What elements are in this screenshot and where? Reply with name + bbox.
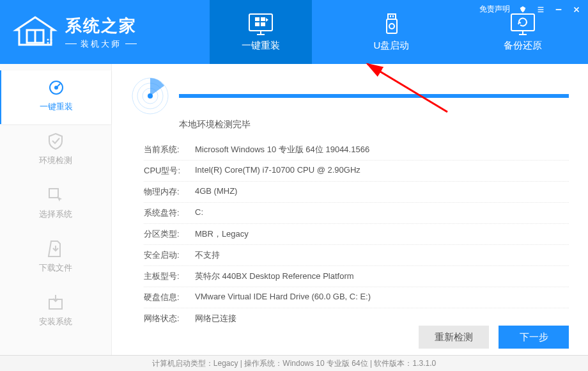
window-controls: 免责声明	[479, 4, 582, 15]
status-bar: 计算机启动类型：Legacy | 操作系统：Windows 10 专业版 64位…	[0, 355, 588, 371]
tab-label: 备份还原	[504, 40, 542, 52]
svg-point-34	[148, 93, 153, 99]
monitor-windows-icon	[248, 13, 274, 36]
info-label: 当前系统:	[144, 144, 195, 155]
progress-bar	[179, 94, 569, 98]
info-row-partition: 分区类型:MBR，Legacy	[144, 224, 569, 245]
target-icon	[47, 78, 66, 97]
sidebar-item-reinstall[interactable]: 一键重装	[0, 70, 111, 124]
install-box-icon	[46, 293, 65, 312]
info-row-disk: 硬盘信息:VMware Virtual IDE Hard Drive (60.0…	[144, 287, 569, 308]
info-row-os: 当前系统:Microsoft Windows 10 专业版 64位 19044.…	[144, 139, 569, 161]
svg-rect-13	[261, 22, 265, 26]
info-value: VMware Virtual IDE Hard Drive (60.0 GB, …	[195, 292, 569, 303]
main-panel: 本地环境检测完毕 当前系统:Microsoft Windows 10 专业版 6…	[112, 64, 588, 355]
system-info-list: 当前系统:Microsoft Windows 10 专业版 64位 19044.…	[144, 139, 569, 329]
tab-reinstall[interactable]: 一键重装	[210, 0, 312, 64]
app-subtitle: 装机大师	[65, 38, 137, 50]
tab-usb-boot[interactable]: U盘启动	[341, 0, 443, 64]
svg-rect-11	[261, 17, 265, 21]
body-area: 一键重装 环境检测 选择系统 下载文件 安装系统	[0, 64, 588, 355]
info-label: 硬盘信息:	[144, 292, 195, 303]
sidebar-label: 环境检测	[0, 155, 111, 166]
svg-rect-17	[387, 19, 397, 33]
redetect-button[interactable]: 重新检测	[419, 326, 489, 349]
select-icon	[46, 186, 65, 205]
info-value: C:	[195, 207, 569, 219]
sidebar-item-install[interactable]: 安装系统	[0, 285, 111, 339]
sidebar-label: 选择系统	[0, 209, 111, 220]
info-row-sysdrive: 系统盘符:C:	[144, 203, 569, 224]
info-label: 安全启动:	[144, 249, 195, 261]
svg-point-18	[389, 24, 394, 29]
sidebar-label: 一键重装	[1, 101, 111, 113]
user-icon[interactable]	[518, 4, 528, 15]
logo-area: 系统之家 装机大师	[0, 15, 195, 50]
app-logo-icon	[13, 16, 58, 48]
minimize-icon[interactable]	[553, 4, 564, 15]
sidebar-item-env-check[interactable]: 环境检测	[0, 124, 111, 178]
tab-label: U盘启动	[374, 40, 410, 52]
disclaimer-link[interactable]: 免责声明	[479, 4, 510, 15]
progress-row	[131, 77, 569, 115]
info-row-motherboard: 主板型号:英特尔 440BX Desktop Reference Platfor…	[144, 266, 569, 287]
info-label: CPU型号:	[144, 165, 195, 177]
close-icon[interactable]	[571, 4, 582, 15]
radar-spinner-icon	[131, 77, 169, 115]
info-label: 物理内存:	[144, 186, 195, 198]
app-header: 系统之家 装机大师 一键重装 U盘启动 备份还原 免责声明	[0, 0, 588, 64]
svg-rect-10	[255, 17, 259, 21]
svg-point-5	[47, 42, 49, 44]
info-value: 不支持	[195, 249, 569, 261]
info-row-cpu: CPU型号:Intel(R) Core(TM) i7-10700 CPU @ 2…	[144, 161, 569, 182]
svg-point-4	[50, 39, 52, 41]
info-value: Microsoft Windows 10 专业版 64位 19044.1566	[195, 144, 569, 155]
status-text: 计算机启动类型：Legacy | 操作系统：Windows 10 专业版 64位…	[152, 358, 436, 369]
info-value: 英特尔 440BX Desktop Reference Platform	[195, 271, 569, 282]
info-row-secureboot: 安全启动:不支持	[144, 245, 569, 266]
settings-icon[interactable]	[536, 4, 546, 15]
action-buttons: 重新检测 下一步	[419, 326, 569, 349]
info-value: MBR，Legacy	[195, 228, 569, 240]
sidebar-item-download[interactable]: 下载文件	[0, 232, 111, 285]
info-label: 分区类型:	[144, 228, 195, 240]
info-label: 网络状态:	[144, 313, 195, 324]
info-value: Intel(R) Core(TM) i7-10700 CPU @ 2.90GHz	[195, 165, 569, 177]
tab-label: 一键重装	[242, 40, 280, 52]
info-value: 4GB (MHZ)	[195, 186, 569, 198]
svg-point-3	[47, 39, 49, 41]
info-label: 主板型号:	[144, 271, 195, 282]
sidebar-item-select-system[interactable]: 选择系统	[0, 178, 111, 232]
svg-rect-14	[388, 14, 396, 19]
sidebar: 一键重装 环境检测 选择系统 下载文件 安装系统	[0, 64, 112, 355]
progress-status-text: 本地环境检测完毕	[179, 119, 569, 130]
svg-rect-16	[392, 15, 394, 17]
sidebar-label: 下载文件	[0, 262, 111, 274]
usb-drive-icon	[379, 13, 405, 36]
svg-rect-15	[390, 15, 391, 17]
sidebar-label: 安装系统	[0, 316, 111, 328]
svg-rect-19	[511, 14, 534, 31]
next-button[interactable]: 下一步	[499, 326, 569, 349]
download-file-icon	[46, 239, 65, 258]
shield-check-icon	[46, 132, 65, 151]
app-title: 系统之家	[65, 15, 137, 37]
info-row-memory: 物理内存:4GB (MHZ)	[144, 182, 569, 203]
info-value: 网络已连接	[195, 313, 569, 324]
info-label: 系统盘符:	[144, 207, 195, 219]
svg-point-6	[50, 42, 52, 44]
svg-rect-12	[255, 22, 259, 26]
monitor-refresh-icon	[510, 13, 536, 36]
